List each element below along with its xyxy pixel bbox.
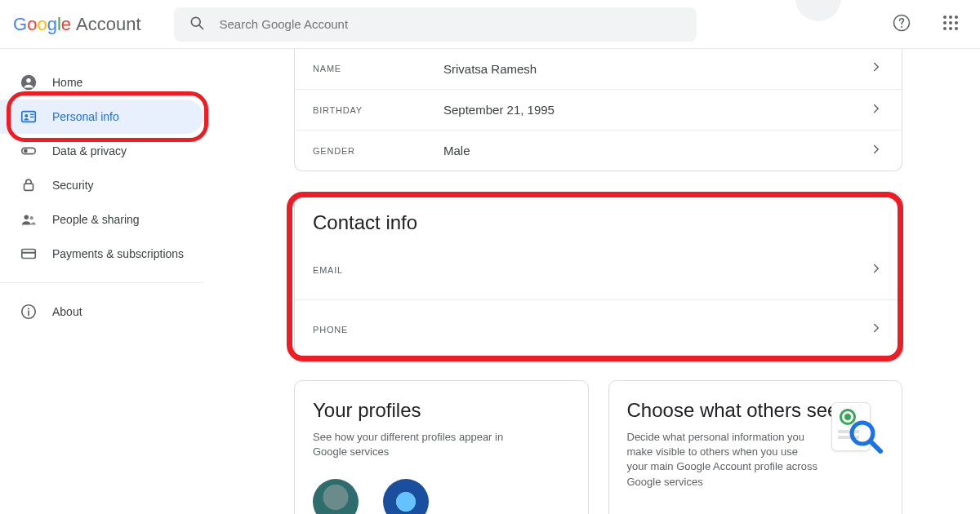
sidebar-item-data-privacy[interactable]: Data & privacy <box>0 134 203 168</box>
row-label: EMAIL <box>313 265 443 275</box>
sidebar-item-people-sharing[interactable]: People & sharing <box>0 202 203 237</box>
row-value: Srivatsa Ramesh <box>443 62 869 76</box>
logo-letter: o <box>27 14 37 34</box>
sidebar-item-label: Home <box>52 76 82 89</box>
profile-avatar[interactable] <box>383 479 429 514</box>
search-icon <box>189 15 205 34</box>
sidebar-item-personal-info[interactable]: Personal info <box>0 100 203 134</box>
row-label: PHONE <box>313 325 443 335</box>
svg-point-22 <box>24 215 29 220</box>
apps-button[interactable] <box>934 8 967 41</box>
sidebar-item-label: Personal info <box>52 110 119 123</box>
svg-point-4 <box>943 16 947 19</box>
svg-rect-24 <box>22 250 36 259</box>
section-title: Contact info <box>295 193 902 241</box>
sidebar: Home Personal info Data & privacy Securi… <box>0 49 216 514</box>
card-description: See how your different profiles appear i… <box>313 430 506 459</box>
row-phone[interactable]: PHONE <box>295 299 902 358</box>
row-name[interactable]: NAME Srivatsa Ramesh <box>295 49 902 89</box>
row-value: Male <box>443 144 869 157</box>
svg-point-9 <box>955 21 958 24</box>
logo-letter: g <box>47 14 57 34</box>
profile-avatar[interactable] <box>313 479 359 514</box>
row-gender[interactable]: GENDER Male <box>295 130 902 171</box>
row-label: NAME <box>313 64 443 73</box>
svg-point-6 <box>955 16 958 19</box>
sidebar-item-about[interactable]: About <box>0 295 203 329</box>
sidebar-item-label: Payments & subscriptions <box>52 247 184 260</box>
basic-info-card: NAME Srivatsa Ramesh BIRTHDAY September … <box>294 49 902 171</box>
svg-point-8 <box>949 21 952 24</box>
svg-point-12 <box>955 27 958 30</box>
svg-line-30 <box>871 441 880 451</box>
svg-point-16 <box>24 114 28 117</box>
help-icon <box>892 13 911 36</box>
svg-line-1 <box>198 24 203 29</box>
svg-point-20 <box>24 149 28 153</box>
divider <box>0 282 203 283</box>
your-profiles-card[interactable]: Your profiles See how your different pro… <box>294 380 589 514</box>
logo[interactable]: Google Account <box>13 14 141 35</box>
logo-letter: e <box>61 14 71 34</box>
svg-point-14 <box>26 78 31 83</box>
sidebar-item-label: People & sharing <box>52 213 140 226</box>
sidebar-item-security[interactable]: Security <box>0 168 203 202</box>
card-icon <box>20 245 38 263</box>
chevron-right-icon <box>869 60 884 78</box>
chevron-right-icon <box>869 261 884 279</box>
sidebar-item-label: Data & privacy <box>52 144 127 157</box>
chevron-right-icon <box>869 101 884 119</box>
user-circle-icon <box>20 73 38 91</box>
magnifier-icon <box>848 419 884 458</box>
svg-point-5 <box>949 16 952 19</box>
help-button[interactable] <box>885 8 918 41</box>
chevron-right-icon <box>869 142 884 160</box>
choose-what-others-see-card[interactable]: Choose what others see Decide what perso… <box>608 380 903 514</box>
apps-grid-icon <box>942 15 959 34</box>
svg-point-27 <box>28 308 29 309</box>
svg-rect-25 <box>22 252 36 254</box>
id-card-icon <box>20 108 38 126</box>
chevron-right-icon <box>869 321 884 339</box>
svg-rect-21 <box>24 184 33 190</box>
row-value: September 21, 1995 <box>443 103 869 117</box>
sidebar-item-label: Security <box>52 179 94 192</box>
logo-letter: G <box>13 14 27 34</box>
card-title: Your profiles <box>313 399 570 422</box>
svg-point-23 <box>30 216 33 219</box>
row-label: BIRTHDAY <box>313 105 443 115</box>
sidebar-item-home[interactable]: Home <box>0 65 203 100</box>
contact-info-card: Contact info EMAIL PHONE <box>294 193 902 359</box>
lock-icon <box>20 176 38 194</box>
profile-visibility-illustration <box>825 399 884 458</box>
svg-point-3 <box>901 26 902 28</box>
sidebar-item-payments[interactable]: Payments & subscriptions <box>0 237 203 271</box>
svg-point-10 <box>943 27 947 30</box>
people-icon <box>20 210 38 228</box>
logo-suffix: Account <box>76 14 141 35</box>
row-birthday[interactable]: BIRTHDAY September 21, 1995 <box>295 89 902 130</box>
info-icon <box>20 303 38 321</box>
card-description: Decide what personal information you mak… <box>627 430 819 490</box>
sidebar-item-label: About <box>52 305 82 318</box>
svg-point-11 <box>949 27 952 30</box>
svg-point-7 <box>943 21 947 24</box>
logo-letter: o <box>37 14 47 34</box>
search-input[interactable] <box>220 17 682 31</box>
search-bar[interactable] <box>174 7 697 42</box>
row-label: GENDER <box>313 146 443 156</box>
row-email[interactable]: EMAIL <box>295 241 902 299</box>
toggle-icon <box>20 142 38 160</box>
